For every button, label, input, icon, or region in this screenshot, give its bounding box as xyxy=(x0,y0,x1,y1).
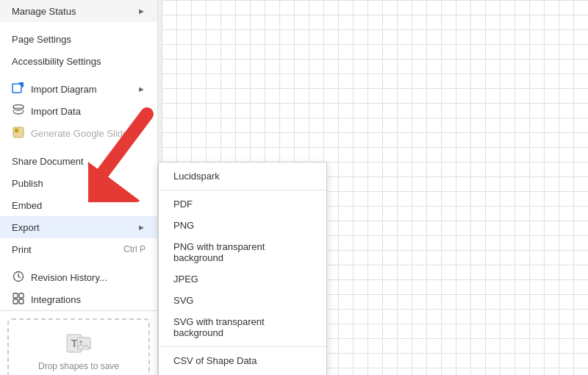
pdf-label: PDF xyxy=(173,199,193,210)
import-data-icon xyxy=(12,104,25,118)
png-label: PNG xyxy=(173,220,194,231)
svg-rect-5 xyxy=(15,129,18,132)
svg-label: SVG xyxy=(173,295,193,306)
manage-status-label: Manage Status xyxy=(12,6,76,17)
sidebar-item-share-document[interactable]: Share Document xyxy=(0,150,157,172)
clock-icon xyxy=(12,271,25,285)
drop-shapes-label: Drop shapes to save xyxy=(38,361,119,371)
import-diagram-label: Import Diagram xyxy=(31,84,97,95)
png-transparent-label: PNG with transparent background xyxy=(173,241,265,263)
submenu-item-jpeg[interactable]: JPEG xyxy=(159,268,326,290)
import-diagram-icon xyxy=(12,82,25,97)
import-diagram-arrow-icon: ► xyxy=(137,85,146,93)
sidebar-item-generate-google-slides: Generate Google Slides xyxy=(0,122,157,144)
share-document-label: Share Document xyxy=(12,156,84,167)
sidebar-item-page-settings[interactable]: Page Settings xyxy=(0,28,157,50)
svg-rect-11 xyxy=(13,299,18,304)
sidebar-item-accessibility-settings[interactable]: Accessibility Settings xyxy=(0,50,157,72)
sidebar-item-import-diagram[interactable]: Import Diagram ► xyxy=(0,78,157,100)
manage-status-arrow-icon: ► xyxy=(137,7,146,15)
sidebar-item-export[interactable]: Export ► xyxy=(0,216,157,238)
svg-rect-10 xyxy=(19,293,24,298)
import-data-label: Import Data xyxy=(31,106,81,117)
submenu-item-lucidspark[interactable]: Lucidspark xyxy=(159,165,326,187)
export-label: Export xyxy=(12,222,40,233)
print-shortcut: Ctrl P xyxy=(123,244,146,254)
submenu-item-pdf[interactable]: PDF xyxy=(159,193,326,215)
jpeg-label: JPEG xyxy=(173,274,198,285)
export-submenu: Lucidspark PDF PNG PNG with transparent … xyxy=(158,162,327,375)
drop-shapes-box: T Drop shapes to save xyxy=(7,318,150,375)
drop-shapes-icon-group: T xyxy=(65,332,92,355)
sidebar-item-print[interactable]: Print Ctrl P xyxy=(0,238,157,260)
svg-rect-12 xyxy=(19,299,24,304)
svg-rect-0 xyxy=(12,84,21,93)
publish-label: Publish xyxy=(12,178,43,189)
lucidspark-label: Lucidspark xyxy=(173,171,220,182)
svg-point-16 xyxy=(79,340,82,343)
submenu-item-visio-vsdx[interactable]: Visio (VSDX) xyxy=(159,371,326,375)
integrations-label: Integrations xyxy=(31,294,81,305)
embed-label: Embed xyxy=(12,200,42,211)
sidebar-item-revision-history[interactable]: Revision History... xyxy=(0,266,157,288)
revision-history-label: Revision History... xyxy=(31,272,107,283)
shape-library-section: T Drop shapes to save + Shape Library xyxy=(0,310,157,375)
submenu-item-png[interactable]: PNG xyxy=(159,215,326,236)
svg-rect-4 xyxy=(13,127,24,138)
svg-point-3 xyxy=(13,104,24,108)
page-settings-label: Page Settings xyxy=(12,34,71,45)
generate-google-slides-label: Generate Google Slides xyxy=(31,128,133,139)
svg-rect-9 xyxy=(13,293,18,298)
left-sidebar: Manage Status ► Page Settings Accessibil… xyxy=(0,0,158,375)
submenu-divider-2 xyxy=(159,346,326,347)
sidebar-item-publish[interactable]: Publish xyxy=(0,172,157,194)
svg-line-8 xyxy=(18,276,21,278)
sidebar-item-manage-status[interactable]: Manage Status ► xyxy=(0,0,157,22)
sidebar-item-import-data[interactable]: Import Data xyxy=(0,100,157,122)
print-label: Print xyxy=(12,244,32,255)
accessibility-settings-label: Accessibility Settings xyxy=(12,56,101,67)
integrations-icon xyxy=(12,293,25,307)
submenu-item-csv[interactable]: CSV of Shape Data xyxy=(159,350,326,371)
submenu-item-svg-transparent[interactable]: SVG with transparent background xyxy=(159,311,326,343)
export-arrow-icon: ► xyxy=(137,223,146,232)
sidebar-item-embed[interactable]: Embed xyxy=(0,194,157,216)
sidebar-item-integrations[interactable]: Integrations xyxy=(0,288,157,310)
svg-transparent-label: SVG with transparent background xyxy=(173,316,265,338)
csv-label: CSV of Shape Data xyxy=(173,355,257,366)
submenu-item-svg[interactable]: SVG xyxy=(159,290,326,311)
generate-google-slides-icon xyxy=(12,126,25,140)
svg-text:T: T xyxy=(71,338,78,349)
submenu-divider-1 xyxy=(159,190,326,190)
submenu-item-png-transparent[interactable]: PNG with transparent background xyxy=(159,236,326,268)
